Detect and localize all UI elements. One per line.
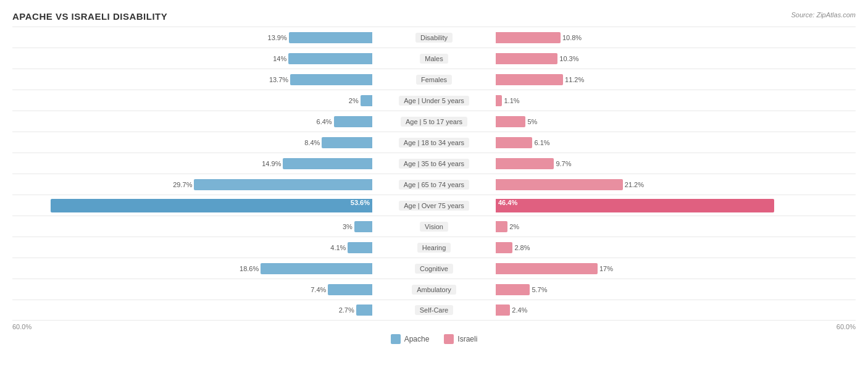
bar-container: 3% Vision 2% bbox=[12, 216, 856, 237]
row-label: Cognitive bbox=[415, 264, 453, 274]
value-apache: 2.7% bbox=[339, 306, 356, 314]
row-label: Males bbox=[420, 54, 448, 64]
bar-container: 13.7% Females 11.2% bbox=[12, 69, 856, 90]
center-label-wrap: Vision bbox=[372, 222, 496, 232]
right-side: 5% bbox=[496, 111, 856, 132]
bar-container: 13.9% Disability 10.8% bbox=[12, 27, 856, 48]
right-side: 17% bbox=[496, 258, 856, 279]
bar-right-israeli bbox=[496, 95, 502, 106]
axis-left: 60.0% bbox=[12, 323, 372, 330]
right-side: 2.8% bbox=[496, 237, 856, 258]
legend-swatch-apache bbox=[391, 334, 401, 344]
center-label-wrap: Age | 65 to 74 years bbox=[372, 180, 496, 190]
row-label: Vision bbox=[420, 222, 448, 232]
left-side: 18.6% bbox=[12, 258, 372, 279]
row-label: Age | Under 5 years bbox=[399, 96, 469, 106]
axis-row: 60.0% 60.0% bbox=[12, 323, 856, 330]
bar-right-israeli bbox=[496, 53, 557, 64]
center-label-wrap: Age | Over 75 years bbox=[372, 201, 496, 211]
center-label-wrap: Age | 35 to 64 years bbox=[372, 159, 496, 169]
chart-row: 3% Vision 2% bbox=[12, 216, 856, 237]
left-side: 8.4% bbox=[12, 132, 372, 153]
bar-left-apache bbox=[194, 179, 372, 190]
left-side: 13.7% bbox=[12, 69, 372, 90]
legend-item-apache: Apache bbox=[391, 334, 430, 344]
value-apache: 7.4% bbox=[311, 286, 328, 293]
right-side: 21.2% bbox=[496, 174, 856, 195]
chart-row: 14.9% Age | 35 to 64 years 9.7% bbox=[12, 153, 856, 174]
bar-left-apache bbox=[288, 53, 372, 64]
bar-left-apache bbox=[328, 284, 372, 295]
value-apache: 6.4% bbox=[317, 118, 334, 125]
right-side: 9.7% bbox=[496, 153, 856, 174]
bar-left-apache: 53.6% bbox=[51, 199, 372, 212]
right-side: 11.2% bbox=[496, 69, 856, 90]
row-label: Hearing bbox=[417, 243, 451, 253]
left-side: 14% bbox=[12, 48, 372, 69]
right-side: 5.7% bbox=[496, 279, 856, 300]
bar-right-israeli bbox=[496, 242, 512, 253]
center-label-wrap: Age | 5 to 17 years bbox=[372, 117, 496, 127]
bar-container: 4.1% Hearing 2.8% bbox=[12, 237, 856, 258]
bar-right-israeli bbox=[496, 32, 561, 43]
legend-label-apache: Apache bbox=[404, 335, 430, 343]
center-label-wrap: Age | Under 5 years bbox=[372, 96, 496, 106]
chart-row: 7.4% Ambulatory 5.7% bbox=[12, 279, 856, 300]
value-apache: 3% bbox=[343, 223, 354, 230]
row-label: Age | 35 to 64 years bbox=[399, 159, 469, 169]
left-side: 6.4% bbox=[12, 111, 372, 132]
center-label-wrap: Age | 18 to 34 years bbox=[372, 138, 496, 148]
left-side: 2.7% bbox=[12, 300, 372, 320]
value-apache: 2% bbox=[349, 97, 361, 104]
right-side: 46.4% bbox=[496, 195, 856, 216]
chart-row: 6.4% Age | 5 to 17 years 5% bbox=[12, 111, 856, 132]
right-side: 10.8% bbox=[496, 27, 856, 48]
center-label-wrap: Hearing bbox=[372, 243, 496, 253]
bar-left-apache bbox=[289, 32, 372, 43]
bar-right-israeli: 46.4% bbox=[496, 199, 774, 212]
chart-row: 4.1% Hearing 2.8% bbox=[12, 237, 856, 258]
bar-container: 14% Males 10.3% bbox=[12, 48, 856, 69]
value-israeli: 10.3% bbox=[557, 55, 578, 62]
chart-title: APACHE VS ISRAELI DISABILITY bbox=[12, 11, 856, 22]
chart-row: 8.4% Age | 18 to 34 years 6.1% bbox=[12, 132, 856, 153]
bar-container: 7.4% Ambulatory 5.7% bbox=[12, 279, 856, 300]
left-side: 7.4% bbox=[12, 279, 372, 300]
axis-right: 60.0% bbox=[496, 323, 856, 330]
legend: Apache Israeli bbox=[12, 334, 856, 344]
center-label-wrap: Ambulatory bbox=[372, 285, 496, 295]
bar-left-apache bbox=[322, 137, 372, 148]
right-side: 2.4% bbox=[496, 300, 856, 320]
center-label-wrap: Self-Care bbox=[372, 305, 496, 315]
left-side: 3% bbox=[12, 216, 372, 237]
center-label-wrap: Disability bbox=[372, 33, 496, 43]
bar-left-apache bbox=[283, 158, 372, 169]
left-side: 4.1% bbox=[12, 237, 372, 258]
value-apache: 8.4% bbox=[304, 139, 322, 146]
bar-right-israeli bbox=[496, 74, 563, 85]
value-israeli: 1.1% bbox=[502, 97, 519, 104]
bar-container: 29.7% Age | 65 to 74 years 21.2% bbox=[12, 174, 856, 195]
bar-container: 2.7% Self-Care 2.4% bbox=[12, 300, 856, 320]
legend-swatch-israeli bbox=[444, 334, 454, 344]
right-side: 1.1% bbox=[496, 90, 856, 111]
value-apache: 14.9% bbox=[262, 160, 283, 167]
bar-left-apache bbox=[356, 304, 372, 316]
left-side: 29.7% bbox=[12, 174, 372, 195]
chart-row: 29.7% Age | 65 to 74 years 21.2% bbox=[12, 174, 856, 195]
row-label: Ambulatory bbox=[412, 285, 456, 295]
value-apache: 18.6% bbox=[240, 265, 261, 272]
bar-container: 14.9% Age | 35 to 64 years 9.7% bbox=[12, 153, 856, 174]
bar-right-israeli bbox=[496, 116, 525, 127]
value-apache-inside: 53.6% bbox=[351, 199, 370, 206]
center-label-wrap: Females bbox=[372, 75, 496, 85]
value-apache: 13.7% bbox=[269, 76, 290, 83]
bar-right-israeli bbox=[496, 137, 532, 148]
chart-area: 13.9% Disability 10.8% 14% Males bbox=[12, 27, 856, 321]
right-side: 10.3% bbox=[496, 48, 856, 69]
bar-right-israeli bbox=[496, 221, 507, 232]
value-israeli: 2% bbox=[507, 223, 519, 230]
value-apache: 14% bbox=[273, 55, 288, 62]
bar-left-apache bbox=[290, 74, 372, 85]
value-israeli: 6.1% bbox=[532, 139, 549, 146]
